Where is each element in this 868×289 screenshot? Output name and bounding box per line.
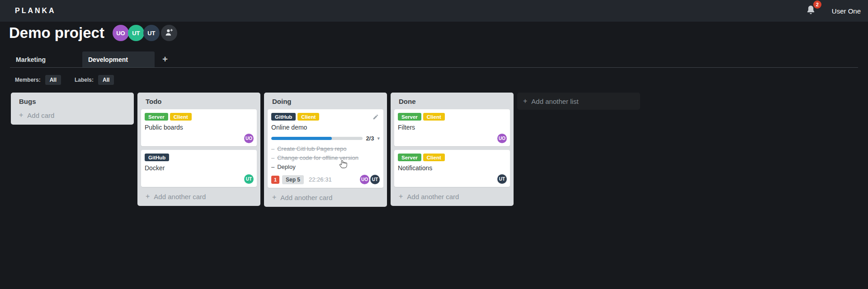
progress-fill xyxy=(271,137,332,140)
person-add-icon xyxy=(165,28,174,38)
task-dash: – xyxy=(271,144,274,154)
task-item: – Deploy xyxy=(271,163,380,172)
card-labels: Server Client xyxy=(398,154,506,161)
label-server: Server xyxy=(145,113,168,121)
card-title: Online demo xyxy=(271,124,380,131)
planka-logo[interactable]: PLANKA xyxy=(15,7,56,15)
list-title[interactable]: Bugs xyxy=(19,98,126,105)
plus-icon: + xyxy=(146,192,150,200)
add-member-button[interactable] xyxy=(161,25,177,41)
add-card-label: Add another card xyxy=(280,194,332,201)
avatar: UT xyxy=(370,175,380,184)
labels-filter-label: Labels: xyxy=(75,77,94,83)
members-filter-value[interactable]: All xyxy=(45,75,61,85)
card-title: Docker xyxy=(145,164,253,172)
card-stack: Server Client Filters UO Server Client N… xyxy=(391,109,514,187)
add-card-button[interactable]: + Add card xyxy=(11,109,134,123)
card-docker[interactable]: GitHub Docker UT xyxy=(141,150,257,187)
add-list-label: Add another list xyxy=(531,98,578,105)
avatar: UO xyxy=(360,175,369,184)
app-header: PLANKA 2 User One xyxy=(0,0,868,22)
label-github: GitHub xyxy=(271,113,296,121)
card-stack: Server Client Public boards UO GitHub Do… xyxy=(137,109,260,187)
add-card-button[interactable]: + Add another card xyxy=(391,191,514,204)
card-notifications[interactable]: Server Client Notifications UT xyxy=(394,150,510,187)
label-server: Server xyxy=(398,154,421,161)
members-filter-label: Members: xyxy=(15,77,41,83)
card-badges: 1 Sep 5 22:26:31 UO UT xyxy=(271,175,380,184)
label-github: GitHub xyxy=(145,154,169,161)
label-client: Client xyxy=(297,113,319,121)
tasks-fraction: 2/3 xyxy=(366,135,374,142)
add-list-button[interactable]: + Add another list xyxy=(517,93,640,110)
card-labels: GitHub xyxy=(145,154,253,161)
label-client: Client xyxy=(170,113,192,121)
list-doing: Doing GitHub Client Online demo 2/3 xyxy=(264,93,387,207)
card-labels: Server Client xyxy=(398,113,506,121)
add-card-button[interactable]: + Add another card xyxy=(137,191,260,204)
edit-card-button[interactable] xyxy=(373,114,379,122)
card-filters[interactable]: Server Client Filters UO xyxy=(394,109,510,146)
avatar[interactable]: UT xyxy=(128,25,144,41)
board: Bugs + Add card Todo Server Client Publi… xyxy=(11,93,868,207)
avatar[interactable]: UO xyxy=(113,25,129,41)
bell-icon xyxy=(805,9,816,17)
avatar: UO xyxy=(497,134,507,143)
card-stack: GitHub Client Online demo 2/3 ▾ xyxy=(264,109,387,188)
plus-icon: + xyxy=(399,192,403,200)
user-menu[interactable]: User One xyxy=(832,7,861,15)
card-title: Public boards xyxy=(145,124,253,131)
task-item: – Create GitHub Pages repo xyxy=(271,144,380,154)
card-title: Notifications xyxy=(398,164,506,172)
card-online-demo[interactable]: GitHub Client Online demo 2/3 ▾ xyxy=(268,109,383,188)
add-card-label: Add another card xyxy=(407,193,459,200)
card-members: UO UT xyxy=(360,175,380,184)
list-todo: Todo Server Client Public boards UO GitH… xyxy=(137,93,260,206)
progress-bar xyxy=(271,137,363,140)
list-done: Done Server Client Filters UO Server Cli… xyxy=(391,93,514,206)
header-actions: 2 User One xyxy=(805,5,868,18)
list-title[interactable]: Done xyxy=(399,98,505,105)
plus-icon: + xyxy=(19,111,23,119)
add-board-button[interactable]: + xyxy=(157,51,173,67)
chevron-down-icon[interactable]: ▾ xyxy=(377,135,380,141)
project-title[interactable]: Demo project xyxy=(9,24,104,42)
board-tabs: Marketing Development + xyxy=(10,51,858,68)
list-title[interactable]: Doing xyxy=(272,98,379,105)
due-soon-badge: 1 xyxy=(271,176,279,184)
labels-filter-value[interactable]: All xyxy=(98,75,114,85)
task-list: – Create GitHub Pages repo – Change code… xyxy=(271,144,380,172)
avatar[interactable]: UT xyxy=(143,25,160,41)
stopwatch-badge[interactable]: 22:26:31 xyxy=(309,176,332,183)
notifications-button[interactable]: 2 xyxy=(805,5,816,18)
project-members: UO UT UT xyxy=(113,25,177,41)
tasks-progress: 2/3 ▾ xyxy=(271,135,380,142)
notification-count-badge: 2 xyxy=(813,0,821,9)
avatar: UO xyxy=(244,134,254,143)
task-item: – Change code for offline version xyxy=(271,154,380,163)
tab-marketing[interactable]: Marketing xyxy=(10,51,82,67)
card-title: Filters xyxy=(398,124,506,131)
list-bugs: Bugs + Add card xyxy=(11,93,134,125)
card-labels: Server Client xyxy=(145,113,253,121)
list-title[interactable]: Todo xyxy=(146,98,252,105)
board-filters: Members: All Labels: All xyxy=(15,75,114,85)
tab-development[interactable]: Development xyxy=(82,51,155,67)
pencil-icon xyxy=(373,114,379,121)
avatar: UT xyxy=(497,174,507,184)
label-client: Client xyxy=(423,113,445,121)
add-card-label: Add another card xyxy=(154,193,206,200)
add-card-button[interactable]: + Add another card xyxy=(264,191,387,205)
label-client: Client xyxy=(423,154,445,161)
avatar: UT xyxy=(244,174,254,184)
plus-icon: + xyxy=(272,193,276,201)
project-header: Demo project UO UT UT xyxy=(9,23,177,43)
task-dash: – xyxy=(271,154,274,163)
due-date-badge: Sep 5 xyxy=(282,175,304,184)
card-public-boards[interactable]: Server Client Public boards UO xyxy=(141,109,257,146)
add-card-label: Add card xyxy=(27,112,54,119)
plus-icon: + xyxy=(523,97,527,105)
label-server: Server xyxy=(398,113,421,121)
task-dash: – xyxy=(271,163,274,172)
card-labels: GitHub Client xyxy=(271,113,380,121)
